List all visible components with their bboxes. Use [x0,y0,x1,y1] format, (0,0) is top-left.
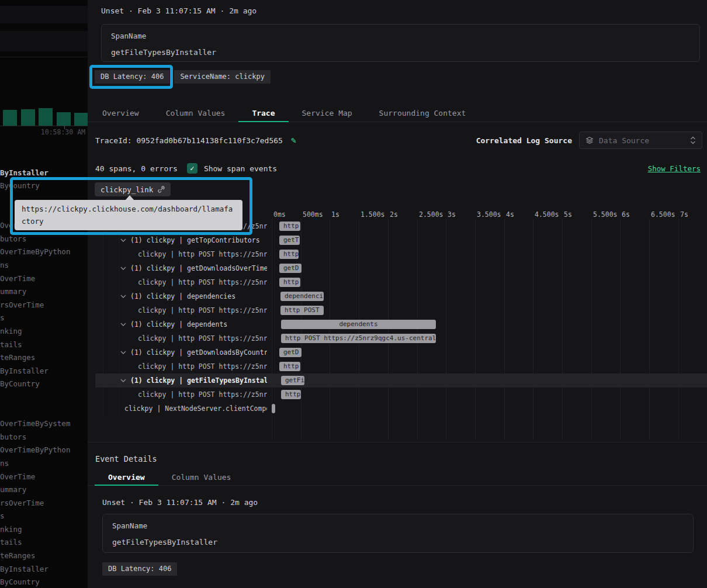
span-row[interactable]: clickpy | http POST https://z5nrz9qgc4.u… [88,331,707,345]
tab-trace[interactable]: Trace [238,105,288,122]
span-duration-bar[interactable]: http [279,222,300,231]
sidebar-item[interactable]: ummary [0,287,26,296]
tab-surrounding-context[interactable]: Surrounding Context [366,105,480,122]
span-row[interactable]: clickpy | http POST https://z5nrz9qgc4.u… [88,359,707,373]
collapse-chevron-icon[interactable] [120,267,126,270]
tab-column-values[interactable]: Column Values [158,470,245,486]
attribute-badges: DB Latency: 406ServiceName: clickpy [88,70,707,84]
sidebar-item[interactable]: ByCountry [0,577,40,587]
collapse-chevron-icon[interactable] [120,323,126,326]
collapse-chevron-icon[interactable] [120,379,126,382]
span-row[interactable]: clickpy | http POST https://z5nrz9qgc4.u… [88,275,707,289]
sidebar-item[interactable]: rsOverTime [0,499,44,508]
sidebar-item[interactable]: ByInstaller [0,565,48,574]
span-row-name[interactable]: clickpy | NextNodeServer.clientCompone [88,402,267,416]
axis-tick-label: 4.500s [535,210,559,219]
span-name-value: getFileTypesByInstaller [111,48,690,57]
span-child-count: (1) [130,348,143,357]
tab-overview[interactable]: Overview [95,470,158,486]
span-name-text: clickpy | getDownloadsByCountry [147,348,267,357]
sidebar-item[interactable]: teRanges [0,551,35,561]
span-duration-bar[interactable]: http [281,390,301,399]
span-duration-bar[interactable]: http [279,278,300,287]
span-row-name[interactable]: clickpy | http POST https://z5nrz9qgc4.u… [88,247,267,261]
sidebar-item[interactable]: OverTimeByPython [0,445,70,455]
span-row-name[interactable]: clickpy | http POST https://z5nrz9qgc4.u… [88,331,267,345]
sidebar-item[interactable]: butors [0,234,26,244]
sidebar-item[interactable]: OverTimeBySystem [0,419,70,428]
span-row[interactable]: (1)clickpy | getDownloadsByCountrygetD [88,345,707,359]
service-name-badge[interactable]: ServiceName: clickpy [174,70,271,84]
span-row[interactable]: clickpy | http POST https://z5nrz9qgc4.u… [88,388,707,402]
sidebar-item[interactable]: ummary [0,485,26,494]
sidebar-item[interactable]: ByCountry [0,379,40,389]
span-row[interactable]: (1)clickpy | getTopContributorsgetT [88,233,707,247]
span-row[interactable]: clickpy | http POST https://z5nrz9qgc4.u… [88,303,707,317]
span-row-name[interactable]: (1)clickpy | getTopContributors [88,233,267,247]
sidebar-item[interactable]: s [0,511,5,521]
axis-tick-label: 5.500s [593,210,618,219]
sidebar-item[interactable]: OverTimeByPython [0,247,70,257]
mini-chart-bar [57,112,71,126]
sidebar-item[interactable]: nking [0,327,22,336]
data-source-select[interactable]: Data Source [579,132,702,149]
sidebar-item[interactable]: ByInstaller [0,366,48,376]
edit-pencil-icon[interactable]: ✎ [291,136,296,145]
span-row-name[interactable]: clickpy | http POST https://z5nrz9qgc4.u… [88,359,267,373]
sidebar-item[interactable]: ns [0,459,9,468]
mini-chart-time-label: 10:58:30 AM [41,128,85,136]
span-row-name[interactable]: (1)clickpy | getDownloadsOverTimeBySyste… [88,261,267,275]
sidebar-item[interactable]: nking [0,525,22,534]
axis-tick-label: 500ms [303,210,323,219]
span-duration-bar[interactable]: http POST [280,306,324,315]
span-name-text: clickpy | dependents [147,320,227,328]
span-row[interactable]: (1)clickpy | dependentsdependents [88,317,707,331]
axis-tick-label: 1.500s [361,210,385,219]
span-duration-bar[interactable]: getFi [281,376,304,385]
sidebar-item[interactable]: teRanges [0,353,35,362]
layers-icon [585,136,594,144]
sidebar-item[interactable]: ByInstaller [0,168,48,178]
sidebar-item[interactable]: ns [0,261,9,270]
sidebar-item[interactable]: OverTime [0,472,35,482]
span-row[interactable]: (1)clickpy | dependenciesdependenci [88,289,707,303]
db-latency-badge[interactable]: DB Latency: 406 [102,562,177,576]
sidebar-item[interactable]: butors [0,433,26,442]
collapse-chevron-icon[interactable] [120,295,126,298]
span-duration-bar[interactable]: http [279,362,300,371]
sidebar-item[interactable]: tails [0,538,22,547]
span-duration-bar[interactable] [272,404,275,413]
tab-service-map[interactable]: Service Map [289,105,366,122]
span-row-name[interactable]: (1)clickpy | dependents [88,317,267,331]
span-row-name[interactable]: (1)clickpy | dependencies [88,289,267,303]
span-duration-bar[interactable]: getD [279,264,301,273]
sidebar-item[interactable]: rsOverTime [0,300,44,310]
show-span-events-checkbox[interactable]: ✓ [187,163,197,174]
span-row[interactable]: (1)clickpy | getFileTypesByInstallergetF… [88,373,707,388]
span-row-name[interactable]: clickpy | http POST https://z5nrz9qgc4.u… [88,303,267,317]
span-duration-bar[interactable]: http [279,250,299,259]
sidebar-item[interactable]: OverTime [0,274,35,283]
span-duration-bar[interactable]: http POST https://z5nrz9qgc4.us-central [281,334,436,343]
span-child-count: (1) [130,320,143,328]
span-duration-bar[interactable]: dependents [281,320,436,329]
span-row-name[interactable]: clickpy | http POST https://z5nrz9qgc4.u… [88,388,267,402]
trace-id-text: TraceId: 0952fad0b67b114138fc110f3c7ed56… [95,136,283,145]
span-duration-bar[interactable]: getD [279,348,301,357]
span-duration-bar[interactable]: dependenci [280,292,324,301]
span-row[interactable]: clickpy | http POST https://z5nrz9qgc4.u… [88,247,707,261]
span-row-name[interactable]: clickpy | http POST https://z5nrz9qgc4.u… [88,275,267,289]
sidebar-item[interactable]: s [0,313,5,323]
span-name-text: clickpy | http POST https://z5nrz9qgc4.u… [138,306,267,314]
sidebar-item[interactable]: tails [0,340,22,350]
collapse-chevron-icon[interactable] [120,351,126,354]
tab-column-values[interactable]: Column Values [153,105,239,122]
span-duration-bar[interactable]: getT [279,236,300,245]
tab-overview[interactable]: Overview [89,105,153,122]
show-filters-link[interactable]: Show Filters [648,164,701,173]
span-row[interactable]: clickpy | NextNodeServer.clientCompone [88,402,707,416]
collapse-chevron-icon[interactable] [120,238,126,242]
span-row-name[interactable]: (1)clickpy | getDownloadsByCountry [88,345,267,359]
span-row-name[interactable]: (1)clickpy | getFileTypesByInstaller [88,373,267,388]
span-row[interactable]: (1)clickpy | getDownloadsOverTimeBySyste… [88,261,707,275]
